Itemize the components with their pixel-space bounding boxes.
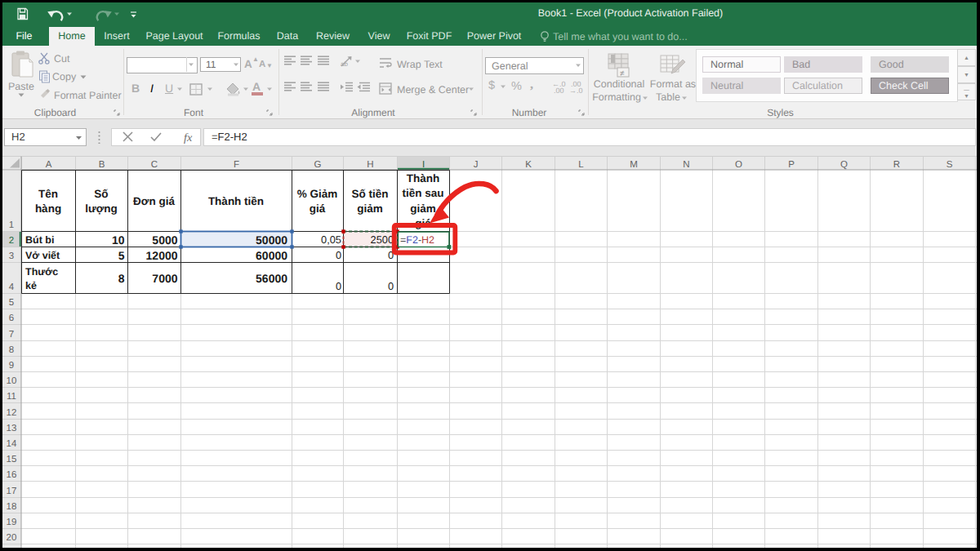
svg-text:Q: Q: [840, 160, 848, 170]
svg-text:hàng: hàng: [35, 202, 61, 215]
svg-text:B: B: [99, 160, 105, 170]
svg-text:5000: 5000: [152, 233, 177, 247]
svg-text:H: H: [367, 160, 373, 170]
svg-text:19: 19: [7, 518, 17, 527]
svg-text:18: 18: [7, 502, 17, 512]
svg-text:3: 3: [9, 251, 14, 261]
svg-text:12: 12: [7, 408, 17, 418]
svg-text:Đơn giá: Đơn giá: [133, 195, 175, 207]
svg-text:10: 10: [112, 233, 125, 247]
svg-text:J: J: [474, 160, 479, 170]
svg-text:lượng: lượng: [85, 202, 118, 215]
svg-text:1: 1: [9, 220, 14, 230]
svg-text:14: 14: [7, 439, 17, 449]
svg-text:R: R: [893, 160, 900, 170]
svg-text:13: 13: [7, 424, 17, 433]
svg-text:I: I: [422, 160, 425, 170]
svg-text:Số: Số: [94, 188, 108, 200]
svg-text:11: 11: [7, 392, 16, 402]
svg-text:Bút bi: Bút bi: [25, 234, 54, 246]
svg-text:9: 9: [9, 361, 14, 371]
svg-text:2: 2: [9, 236, 14, 246]
svg-text:F: F: [234, 160, 239, 170]
svg-text:15: 15: [7, 455, 17, 464]
svg-text:16: 16: [7, 470, 17, 480]
svg-text:7: 7: [9, 330, 14, 340]
svg-text:0: 0: [388, 280, 394, 292]
svg-text:K: K: [525, 160, 532, 170]
svg-text:G: G: [314, 160, 322, 170]
svg-text:2500: 2500: [371, 233, 394, 246]
svg-text:Tên: Tên: [38, 188, 58, 200]
svg-text:56000: 56000: [256, 272, 287, 285]
svg-text:Số tiền: Số tiền: [351, 188, 388, 200]
svg-text:Thành tiền: Thành tiền: [208, 195, 264, 207]
svg-text:50000: 50000: [256, 233, 287, 247]
svg-text:17: 17: [7, 487, 17, 496]
svg-text:L: L: [578, 160, 584, 170]
svg-text:M: M: [630, 160, 638, 170]
svg-text:0: 0: [336, 249, 341, 261]
svg-text:8: 8: [9, 345, 14, 355]
svg-text:tiền sau: tiền sau: [402, 187, 443, 199]
svg-text:7000: 7000: [152, 272, 177, 285]
svg-text:20: 20: [7, 533, 17, 543]
svg-text:S: S: [947, 160, 953, 170]
svg-text:5: 5: [118, 249, 125, 262]
svg-text:60000: 60000: [256, 249, 287, 262]
svg-text:=F2-H2: =F2-H2: [400, 234, 434, 246]
svg-text:10: 10: [7, 376, 17, 386]
svg-text:kẻ: kẻ: [25, 280, 37, 291]
svg-text:A: A: [46, 160, 52, 170]
svg-text:O: O: [735, 160, 742, 170]
svg-text:5: 5: [9, 298, 14, 308]
svg-text:4: 4: [9, 282, 15, 292]
svg-text:6: 6: [9, 313, 14, 323]
svg-text:P: P: [788, 160, 795, 170]
svg-text:0: 0: [336, 280, 341, 292]
svg-text:8: 8: [118, 272, 125, 285]
svg-text:N: N: [683, 160, 689, 170]
svg-text:Thước: Thước: [25, 266, 58, 278]
svg-text:C: C: [151, 160, 158, 170]
svg-text:0,05: 0,05: [321, 233, 341, 246]
svg-text:Thành: Thành: [407, 172, 440, 184]
svg-text:giá: giá: [310, 202, 326, 215]
svg-text:% Giảm: % Giảm: [297, 188, 338, 200]
svg-text:12000: 12000: [146, 249, 178, 262]
svg-text:giảm: giảm: [410, 202, 436, 215]
svg-text:Vở viết: Vở viết: [25, 250, 60, 261]
svg-text:giảm: giảm: [357, 202, 383, 215]
